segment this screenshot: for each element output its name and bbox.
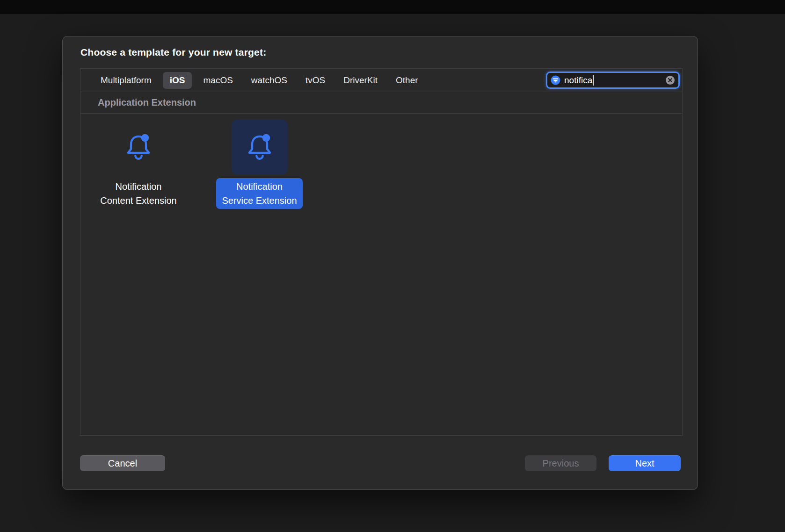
template-notification-service-extension[interactable]: Notification Service Extension [206, 119, 313, 209]
platform-tab-bar: Multiplatform iOS macOS watchOS tvOS Dri… [80, 69, 682, 92]
clear-circle-icon [665, 75, 675, 85]
search-input-text[interactable]: notifica [564, 75, 592, 86]
dialog-footer: Cancel Previous Next [80, 455, 681, 471]
bell-badge-icon [123, 132, 154, 163]
bell-badge-icon [244, 132, 275, 163]
tab-watchos[interactable]: watchOS [244, 72, 294, 89]
new-target-template-dialog: Choose a template for your new target: M… [62, 36, 698, 490]
previous-button[interactable]: Previous [525, 455, 596, 471]
next-button[interactable]: Next [609, 455, 681, 471]
template-label-selected: Notification Service Extension [216, 178, 302, 209]
template-notification-content-extension[interactable]: Notification Content Extension [87, 119, 190, 209]
tab-other[interactable]: Other [389, 72, 425, 89]
filter-icon[interactable] [551, 75, 560, 85]
section-header-row: Application Extension [80, 92, 682, 114]
dialog-title: Choose a template for your new target: [80, 47, 266, 58]
template-icon-tile-selected [232, 119, 288, 175]
section-header: Application Extension [98, 97, 196, 108]
tab-macos[interactable]: macOS [196, 72, 240, 89]
template-grid: Notification Content Extension Notif [80, 114, 682, 435]
template-label: Notification Content Extension [94, 178, 182, 209]
cancel-button[interactable]: Cancel [80, 455, 165, 471]
tab-tvos[interactable]: tvOS [298, 72, 332, 89]
template-icon-tile [110, 119, 167, 175]
tab-driverkit[interactable]: DriverKit [336, 72, 385, 89]
template-filter-field[interactable]: notifica [546, 72, 680, 89]
tab-ios[interactable]: iOS [163, 72, 192, 89]
tab-multiplatform[interactable]: Multiplatform [94, 72, 159, 89]
text-caret [593, 75, 594, 86]
background-menubar-strip [0, 0, 785, 14]
clear-search-button[interactable] [665, 75, 675, 85]
template-chooser: Multiplatform iOS macOS watchOS tvOS Dri… [80, 68, 683, 436]
